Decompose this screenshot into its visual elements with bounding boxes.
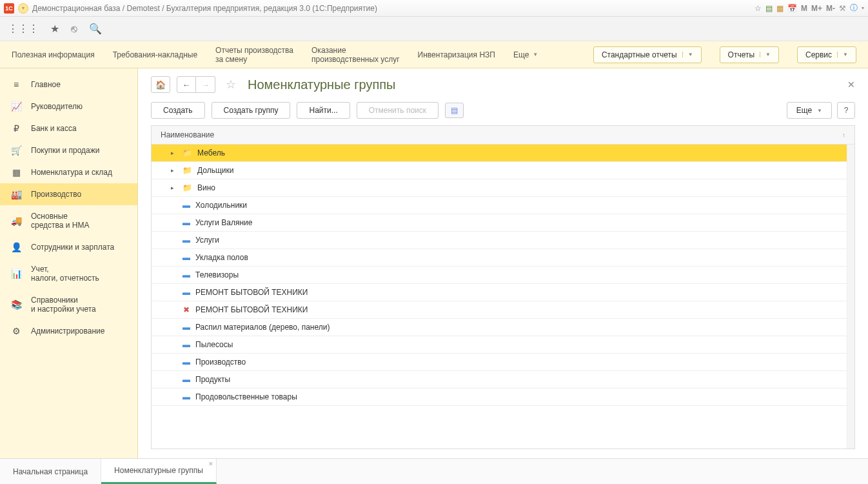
sidebar-item-label: Основные средства и НМА [31, 212, 90, 230]
table-row[interactable]: ▸📁Мебель [152, 145, 847, 162]
sidebar-item[interactable]: ≡Главное [0, 74, 137, 96]
ribbon-link-nzp[interactable]: Инвентаризация НЗП [418, 50, 495, 59]
table-row[interactable]: ▸📁Вино [152, 179, 847, 197]
tools-icon[interactable]: ⚒ [839, 4, 846, 13]
expand-icon[interactable]: ▸ [171, 185, 177, 191]
table-row[interactable]: ▬Укладка полов [152, 249, 847, 267]
table-row[interactable]: ✖РЕМОНТ БЫТОВОЙ ТЕХНИКИ [152, 301, 847, 319]
sidebar-item[interactable]: ₽Банк и касса [0, 117, 137, 139]
table-row[interactable]: ▬Холодильники [152, 197, 847, 214]
cancel-search-button[interactable]: Отменить поиск [357, 102, 439, 119]
notes-icon[interactable]: ▤ [765, 4, 773, 13]
sidebar-item-icon: 📚 [10, 300, 22, 309]
std-reports-label: Стандартные отчеты [602, 50, 677, 59]
close-page-button[interactable]: ✕ [847, 79, 855, 90]
m-plus-button[interactable]: M+ [811, 4, 822, 13]
create-button[interactable]: Создать [151, 102, 205, 119]
sidebar-item[interactable]: ▦Номенклатура и склад [0, 161, 137, 183]
window-tab[interactable]: Начальная страница [0, 459, 101, 484]
grid-header[interactable]: Наименование ↑ [152, 126, 854, 145]
sidebar-item-label: Администрирование [31, 327, 104, 336]
m-button[interactable]: M [801, 4, 807, 13]
row-label: Укладка полов [195, 253, 248, 262]
sidebar-item[interactable]: 👤Сотрудники и зарплата [0, 236, 137, 258]
folder-icon: 📁 [182, 183, 192, 192]
row-label: РЕМОНТ БЫТОВОЙ ТЕХНИКИ [195, 288, 308, 297]
expand-icon[interactable]: ▸ [171, 167, 177, 174]
info-icon[interactable]: ⓘ [850, 3, 858, 14]
ribbon-link-requirements[interactable]: Требования-накладные [113, 50, 197, 59]
table-row[interactable]: ▬Производство [152, 354, 847, 371]
sidebar-item[interactable]: 📚Справочники и настройки учета [0, 289, 137, 320]
star-icon[interactable]: ★ [50, 23, 59, 35]
grid-body: ▸📁Мебель▸📁Дольщики▸📁Вино▬Холодильники▬Ус… [152, 145, 847, 449]
item-icon: ▬ [182, 340, 190, 349]
sidebar-item-label: Учет, налоги, отчетность [31, 265, 99, 283]
ribbon-more[interactable]: Еще ▼ [513, 50, 538, 59]
create-group-button[interactable]: Создать группу [212, 102, 291, 119]
page-header: 🏠 ← → ☆ Номенклатурные группы ✕ [151, 76, 855, 93]
table-row[interactable]: ▬Пылесосы [152, 336, 847, 354]
list-view-button[interactable]: ▤ [445, 103, 464, 118]
history-icon[interactable]: ⎋ [71, 23, 77, 35]
favorite-icon[interactable]: ☆ [755, 4, 762, 13]
table-row[interactable]: ▸📁Дольщики [152, 162, 847, 179]
row-label: РЕМОНТ БЫТОВОЙ ТЕХНИКИ [195, 305, 308, 314]
search-icon[interactable]: 🔍 [89, 23, 102, 35]
table-row[interactable]: ▬Продукты [152, 371, 847, 388]
table-row[interactable]: ▬Телевизоры [152, 267, 847, 284]
find-button[interactable]: Найти... [297, 102, 350, 119]
calc-icon[interactable]: ▦ [776, 4, 784, 13]
item-icon: ▬ [182, 288, 190, 297]
sidebar-item[interactable]: 📈Руководителю [0, 96, 137, 117]
page-title: Номенклатурные группы [248, 77, 395, 92]
sidebar-item-label: Покупки и продажи [31, 146, 100, 155]
sidebar-item-label: Номенклатура и склад [31, 168, 112, 177]
sidebar-item[interactable]: 🛒Покупки и продажи [0, 139, 137, 161]
more-actions-button[interactable]: Еще ▼ [787, 102, 832, 119]
scrollbar[interactable] [847, 145, 854, 449]
sidebar-item-icon: 🏭 [10, 190, 22, 199]
column-header-name: Наименование [161, 130, 214, 139]
titlebar: 1C ▾ Демонстрационная база / Demotest / … [0, 0, 868, 17]
reports-button[interactable]: Отчеты ▼ [720, 46, 779, 63]
forward-button[interactable]: → [196, 76, 215, 93]
sidebar-item-icon: 👤 [10, 243, 22, 252]
row-label: Телевизоры [195, 270, 239, 279]
ribbon-link-info[interactable]: Полезная информация [12, 50, 95, 59]
info-dropdown-icon[interactable]: ▾ [862, 5, 864, 11]
row-label: Услуги [195, 236, 219, 245]
app-menu-icon[interactable]: ▾ [18, 3, 28, 14]
home-button[interactable]: 🏠 [151, 76, 170, 93]
expand-icon[interactable]: ▸ [171, 150, 177, 156]
table-row[interactable]: ▬Услуги [152, 232, 847, 249]
window-tab[interactable]: Номенклатурные группы✕ [101, 459, 217, 484]
window-tabs: Начальная страницаНоменклатурные группы✕ [0, 458, 868, 484]
sidebar-item[interactable]: 🏭Производство [0, 183, 137, 205]
ribbon-link-shift-reports[interactable]: Отчеты производства за смену [215, 46, 293, 64]
item-icon: ▬ [182, 375, 190, 384]
tab-close-icon[interactable]: ✕ [208, 461, 213, 467]
table-row[interactable]: ▬Услуги Валяние [152, 214, 847, 232]
sidebar-item[interactable]: 📊Учет, налоги, отчетность [0, 258, 137, 289]
apps-grid-icon[interactable]: ⋮⋮⋮ [8, 23, 39, 35]
favorite-star-icon[interactable]: ☆ [226, 77, 236, 92]
item-icon: ▬ [182, 323, 190, 332]
back-button[interactable]: ← [177, 76, 196, 93]
calendar-icon[interactable]: 📅 [787, 4, 797, 13]
action-toolbar: Создать Создать группу Найти... Отменить… [151, 102, 855, 119]
tab-label: Номенклатурные группы [114, 466, 203, 475]
help-button[interactable]: ? [837, 102, 855, 119]
sidebar-item[interactable]: 🚚Основные средства и НМА [0, 205, 137, 236]
folder-icon: 📁 [182, 148, 192, 157]
ribbon-link-services[interactable]: Оказание производственных услуг [311, 46, 400, 64]
table-row[interactable]: ▬Распил материалов (дерево, панели) [152, 319, 847, 336]
table-row[interactable]: ▬Продовольственные товары [152, 388, 847, 406]
row-label: Продукты [195, 375, 230, 384]
app-icon: 1C [4, 3, 14, 14]
table-row[interactable]: ▬РЕМОНТ БЫТОВОЙ ТЕХНИКИ [152, 284, 847, 301]
service-button[interactable]: Сервис ▼ [797, 46, 856, 63]
sidebar-item[interactable]: ⚙Администрирование [0, 320, 137, 342]
std-reports-button[interactable]: Стандартные отчеты ▼ [593, 46, 702, 63]
m-minus-button[interactable]: M- [826, 4, 835, 13]
